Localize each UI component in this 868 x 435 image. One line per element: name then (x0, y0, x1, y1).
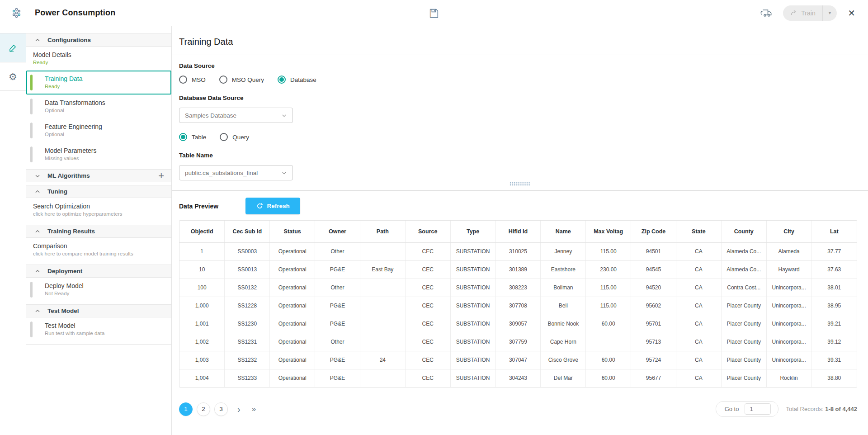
rail-edit-tab[interactable] (0, 33, 26, 62)
sidebar-item-model-details[interactable]: Model DetailsReady (26, 47, 171, 71)
data-source-radio-database[interactable]: Database (278, 76, 316, 84)
total-records-value: 1-8 of 4,442 (825, 406, 857, 412)
table-cell: Bollman (541, 279, 586, 297)
table-cell: Operational (270, 242, 315, 260)
data-preview-table: ObjectidCec Sub IdStatusOwnerPathSourceT… (179, 221, 857, 387)
table-cell: 308223 (495, 279, 541, 297)
table-row[interactable]: 1,000SS1228OperationalPG&ECECSUBSTATION3… (179, 297, 857, 315)
table-cell: 60.00 (586, 369, 631, 387)
table-cell: 95602 (631, 297, 676, 315)
data-source-radio-mso-query[interactable]: MSO Query (219, 76, 264, 84)
table-cell: 95677 (631, 369, 676, 387)
radio-circle-icon (179, 133, 187, 141)
table-cell: SUBSTATION (450, 333, 495, 351)
item-label: Model Parameters (45, 147, 166, 154)
table-cell (360, 315, 405, 333)
table-row[interactable]: 1,002SS1231OperationalOtherCECSUBSTATION… (179, 333, 857, 351)
sidebar-item-training-data[interactable]: Training DataReady (26, 71, 171, 95)
table-cell: 307047 (495, 351, 541, 369)
training-data-form: Data Source MSOMSO QueryDatabase Databas… (172, 55, 868, 190)
sidebar-item-comparison[interactable]: Comparisonclick here to compare model tr… (26, 238, 171, 262)
table-cell: PG&E (315, 260, 360, 279)
close-icon[interactable]: ✕ (848, 8, 855, 19)
section-header-configurations[interactable]: Configurations (26, 33, 171, 47)
table-row[interactable]: 1,004SS1233OperationalPG&ECECSUBSTATION3… (179, 369, 857, 387)
item-label: Search Optimization (33, 203, 166, 210)
add-algorithm-icon[interactable]: + (158, 171, 164, 180)
sidebar-item-data-transformations[interactable]: Data TransformationsOptional (26, 95, 171, 118)
table-cell: Jenney (541, 242, 586, 260)
data-source-radio-mso[interactable]: MSO (179, 76, 206, 84)
database-data-source-select[interactable]: Samples Database (179, 108, 293, 123)
top-bar: Power Consumption (0, 0, 868, 26)
table-row[interactable]: 1SS0003OperationalOtherCECSUBSTATION3100… (179, 242, 857, 260)
table-cell: SUBSTATION (450, 369, 495, 387)
sidebar-item-model-parameters[interactable]: Model ParametersMissing values (26, 142, 171, 166)
goto-page-input[interactable] (745, 403, 771, 415)
table-cell: CEC (405, 279, 450, 297)
sidebar-item-deploy-model[interactable]: Deploy ModelNot Ready (26, 278, 171, 302)
table-cell: PG&E (315, 315, 360, 333)
table-row[interactable]: 100SS0132OperationalOtherCECSUBSTATION30… (179, 279, 857, 297)
section-header-ml-algorithms[interactable]: ML Algorithms+ (26, 169, 171, 182)
radio-label: Database (290, 76, 316, 83)
train-dropdown-icon[interactable]: ▾ (823, 5, 837, 21)
column-header-cec-sub-id: Cec Sub Id (225, 221, 270, 242)
table-cell: CA (676, 279, 721, 297)
page-button-3[interactable]: 3 (214, 402, 228, 416)
radio-circle-icon (179, 76, 187, 84)
table-row[interactable]: 1,001SS1230OperationalPG&ECECSUBSTATION3… (179, 315, 857, 333)
table-cell: CA (676, 351, 721, 369)
section-header-deployment[interactable]: Deployment (26, 265, 171, 278)
next-page-icon[interactable]: › (237, 405, 241, 414)
section-header-test-model[interactable]: Test Model (26, 304, 171, 317)
table-cell: PG&E (315, 297, 360, 315)
resize-handle-icon[interactable] (509, 182, 530, 186)
table-cell: 38.01 (811, 279, 857, 297)
table-cell (586, 333, 631, 351)
table-row[interactable]: 10SS0013OperationalPG&EEast BayCECSUBSTA… (179, 260, 857, 279)
table-cell: 95701 (631, 315, 676, 333)
item-status: Optional (45, 108, 166, 113)
section-label: ML Algorithms (47, 172, 90, 179)
page-button-1[interactable]: 1 (179, 402, 193, 416)
total-records: Total Records: 1-8 of 4,442 (786, 406, 857, 412)
table-cell: 1,003 (179, 351, 225, 369)
item-label: Deploy Model (45, 282, 166, 289)
table-row[interactable]: 1,003SS1232OperationalPG&E24CECSUBSTATIO… (179, 351, 857, 369)
table-cell (360, 242, 405, 260)
item-status: click here to optimize hyperparameters (33, 211, 166, 217)
status-bar (30, 322, 33, 337)
item-status: Ready (33, 60, 166, 65)
table-cell: 60.00 (586, 315, 631, 333)
total-records-label: Total Records: (786, 406, 823, 412)
last-page-icon[interactable]: » (252, 405, 256, 413)
select-value: public.ca_substations_final (185, 170, 258, 176)
table-name-select[interactable]: public.ca_substations_final (179, 165, 293, 180)
section-header-training-results[interactable]: Training Results (26, 225, 171, 238)
deploy-truck-icon[interactable] (760, 8, 772, 19)
table-cell: CEC (405, 333, 450, 351)
table-cell: SUBSTATION (450, 279, 495, 297)
rail-settings-tab[interactable]: ⚙ (0, 62, 26, 91)
section-header-tuning[interactable]: Tuning (26, 185, 171, 198)
table-query-radio-table[interactable]: Table (179, 133, 206, 141)
column-header-city: City (766, 221, 811, 242)
sidebar-item-feature-engineering[interactable]: Feature EngineeringOptional (26, 118, 171, 142)
train-button[interactable]: Train (783, 5, 822, 21)
table-cell: 39.31 (811, 351, 857, 369)
select-value: Samples Database (185, 112, 236, 119)
table-cell: Alameda (766, 242, 811, 260)
sidebar-item-search-optimization[interactable]: Search Optimizationclick here to optimiz… (26, 198, 171, 222)
table-cell: 115.00 (586, 279, 631, 297)
section-label: Test Model (47, 307, 79, 314)
item-status: Not Ready (45, 291, 166, 296)
save-icon[interactable] (429, 8, 440, 19)
split-divider (172, 190, 868, 191)
table-query-radio-query[interactable]: Query (220, 133, 249, 141)
sidebar-item-test-model[interactable]: Test ModelRun test with sample data (26, 317, 171, 341)
page-button-2[interactable]: 2 (197, 402, 210, 416)
sidebar-end-divider (26, 344, 171, 345)
refresh-button[interactable]: Refresh (245, 198, 300, 214)
table-cell: 39.21 (811, 315, 857, 333)
